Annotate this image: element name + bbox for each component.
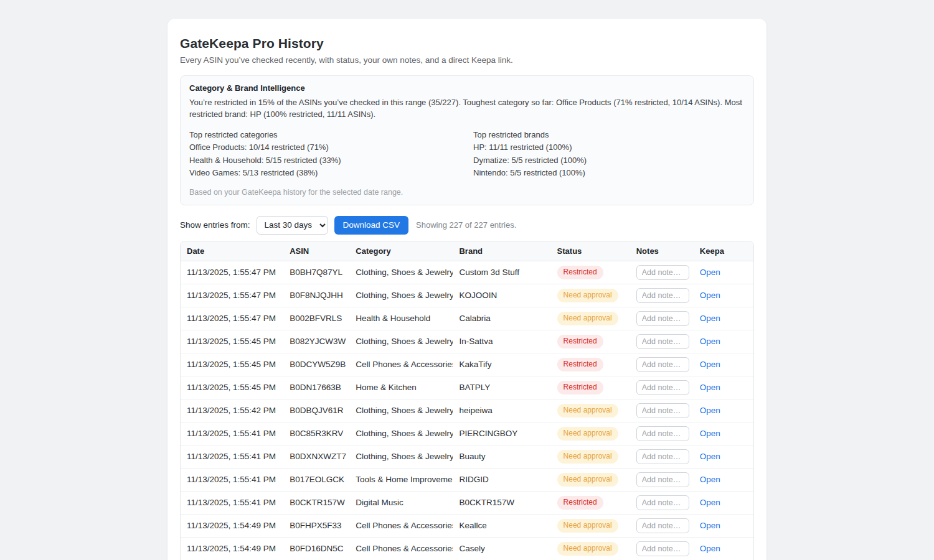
keepa-open-link[interactable]: Open xyxy=(700,475,720,484)
status-badge: Restricted xyxy=(557,358,603,371)
brand-stat: Nintendo: 5/5 restricted (100%) xyxy=(473,167,745,180)
cell-asin: B002BFVRLS xyxy=(283,307,349,330)
column-header-keepa: Keepa xyxy=(694,241,753,261)
keepa-open-link[interactable]: Open xyxy=(700,383,720,392)
note-input[interactable] xyxy=(636,380,689,395)
table-row: 11/13/2025, 1:55:47 PM B002BFVRLS Health… xyxy=(181,307,753,330)
cell-category: Clothing, Shoes & Jewelry xyxy=(349,422,453,445)
keepa-open-link[interactable]: Open xyxy=(700,521,720,530)
cell-notes xyxy=(630,468,694,491)
status-badge: Need approval xyxy=(557,542,618,555)
brand-stat: HP: 11/11 restricted (100%) xyxy=(473,141,745,154)
cell-brand: KakaTify xyxy=(453,353,550,376)
note-input[interactable] xyxy=(636,403,689,418)
cell-category: Home & Kitchen xyxy=(349,376,453,399)
date-range-select[interactable]: Last 30 days xyxy=(257,216,328,235)
cell-date: 11/13/2025, 1:55:45 PM xyxy=(181,353,283,376)
note-input[interactable] xyxy=(636,426,689,441)
note-input[interactable] xyxy=(636,541,689,556)
cell-status: Need approval xyxy=(551,284,630,307)
table-controls: Show entries from: Last 30 days Download… xyxy=(180,216,754,235)
column-header-asin: ASIN xyxy=(283,241,349,261)
keepa-open-link[interactable]: Open xyxy=(700,337,720,346)
note-input[interactable] xyxy=(636,311,689,326)
cell-category: Cell Phones & Accessories xyxy=(349,353,453,376)
cell-keepa: Open xyxy=(694,376,753,399)
cell-keepa: Open xyxy=(694,514,753,537)
keepa-open-link[interactable]: Open xyxy=(700,452,720,461)
status-badge: Restricted xyxy=(557,335,603,348)
status-badge: Need approval xyxy=(557,450,618,463)
page-subtitle: Every ASIN you’ve checked recently, with… xyxy=(180,55,754,65)
cell-notes xyxy=(630,445,694,468)
cell-notes xyxy=(630,330,694,353)
keepa-open-link[interactable]: Open xyxy=(700,429,720,438)
cell-asin: B0DXNXWZT7 xyxy=(283,445,349,468)
cell-status: Restricted xyxy=(551,261,630,284)
table-row: 11/13/2025, 1:55:41 PM B0DXNXWZT7 Clothi… xyxy=(181,445,753,468)
cell-brand: Casely xyxy=(453,537,550,560)
keepa-open-link[interactable]: Open xyxy=(700,406,720,415)
note-input[interactable] xyxy=(636,265,689,280)
cell-status: Need approval xyxy=(551,514,630,537)
cell-notes xyxy=(630,537,694,560)
cell-date: 11/13/2025, 1:55:41 PM xyxy=(181,445,283,468)
cell-keepa: Open xyxy=(694,353,753,376)
keepa-open-link[interactable]: Open xyxy=(700,498,720,507)
cell-notes xyxy=(630,261,694,284)
keepa-open-link[interactable]: Open xyxy=(700,291,720,300)
cell-keepa: Open xyxy=(694,537,753,560)
keepa-open-link[interactable]: Open xyxy=(700,314,720,323)
cell-date: 11/13/2025, 1:55:45 PM xyxy=(181,376,283,399)
cell-asin: B0C85R3KRV xyxy=(283,422,349,445)
cell-notes xyxy=(630,422,694,445)
note-input[interactable] xyxy=(636,518,689,533)
cell-status: Restricted xyxy=(551,491,630,514)
note-input[interactable] xyxy=(636,357,689,372)
cell-brand: RIDGID xyxy=(453,468,550,491)
history-card: GateKeepa Pro History Every ASIN you’ve … xyxy=(167,19,767,560)
cell-status: Need approval xyxy=(551,468,630,491)
table-row: 11/13/2025, 1:55:41 PM B0CKTR157W Digita… xyxy=(181,491,753,514)
download-csv-button[interactable]: Download CSV xyxy=(334,216,409,235)
cell-brand: KOJOOIN xyxy=(453,284,550,307)
table-row: 11/13/2025, 1:55:45 PM B082YJCW3W Clothi… xyxy=(181,330,753,353)
cell-asin: B0FHPX5F33 xyxy=(283,514,349,537)
cell-keepa: Open xyxy=(694,399,753,422)
note-input[interactable] xyxy=(636,449,689,464)
cell-category: Clothing, Shoes & Jewelry xyxy=(349,330,453,353)
cell-keepa: Open xyxy=(694,491,753,514)
cell-category: Clothing, Shoes & Jewelry xyxy=(349,261,453,284)
keepa-open-link[interactable]: Open xyxy=(700,360,720,369)
cell-date: 11/13/2025, 1:55:41 PM xyxy=(181,468,283,491)
table-row: 11/13/2025, 1:54:49 PM B0FHPX5F33 Cell P… xyxy=(181,514,753,537)
category-stat: Office Products: 10/14 restricted (71%) xyxy=(189,141,461,154)
cell-asin: B0DCYW5Z9B xyxy=(283,353,349,376)
note-input[interactable] xyxy=(636,288,689,303)
cell-keepa: Open xyxy=(694,307,753,330)
note-input[interactable] xyxy=(636,495,689,510)
keepa-open-link[interactable]: Open xyxy=(700,268,720,277)
note-input[interactable] xyxy=(636,472,689,487)
column-header-date: Date xyxy=(181,241,283,261)
cell-status: Need approval xyxy=(551,399,630,422)
status-badge: Need approval xyxy=(557,427,618,440)
cell-brand: Custom 3d Stuff xyxy=(453,261,550,284)
page-title: GateKeepa Pro History xyxy=(180,36,754,51)
cell-asin: B017EOLGCK xyxy=(283,468,349,491)
note-input[interactable] xyxy=(636,334,689,349)
cell-brand: PIERCINGBOY xyxy=(453,422,550,445)
status-badge: Need approval xyxy=(557,519,618,532)
keepa-open-link[interactable]: Open xyxy=(700,544,720,553)
cell-notes xyxy=(630,353,694,376)
table-header-row: Date ASIN Category Brand Status Notes Ke… xyxy=(181,241,753,261)
cell-date: 11/13/2025, 1:55:42 PM xyxy=(181,399,283,422)
status-badge: Restricted xyxy=(557,381,603,394)
table-row: 11/13/2025, 1:54:49 PM B0FD16DN5C Cell P… xyxy=(181,537,753,560)
cell-notes xyxy=(630,376,694,399)
status-badge: Need approval xyxy=(557,312,618,325)
cell-date: 11/13/2025, 1:55:47 PM xyxy=(181,284,283,307)
column-header-category: Category xyxy=(349,241,453,261)
cell-category: Digital Music xyxy=(349,491,453,514)
cell-status: Need approval xyxy=(551,307,630,330)
